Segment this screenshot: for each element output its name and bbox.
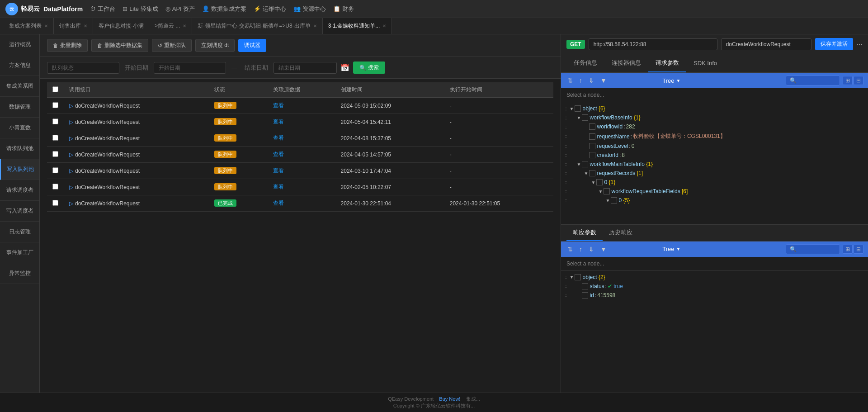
resp-tree-search[interactable]: [786, 244, 840, 254]
tab-customer[interactable]: 客户信息对接-小满——>简道云 ... ✕: [93, 18, 192, 34]
tree-node[interactable]: :: requestName:收料验收【金蝶单号：CGSL000131】: [561, 131, 868, 142]
sidebar-item-exception-monitor[interactable]: 异常监控: [0, 263, 39, 284]
nav-ops[interactable]: ⚡ 运维中心: [254, 5, 286, 13]
row-rel-data-1[interactable]: 查看: [273, 118, 284, 126]
delete-filter-button[interactable]: 🗑 删除选中数据集: [91, 39, 148, 52]
row-rel-data-5[interactable]: 查看: [273, 183, 284, 191]
row-checkbox-3[interactable]: [52, 151, 58, 157]
row-checkbox-4[interactable]: [52, 167, 58, 173]
footer-buy[interactable]: Buy Now!: [439, 396, 460, 402]
resp-sort-icon[interactable]: ⇅: [566, 245, 575, 254]
tab-trading[interactable]: 新-领星结算中心-交易明细-赔偿单=>U8-出库单 ✕: [192, 18, 322, 34]
tree-node[interactable]: ::▼0 {1}: [561, 178, 868, 187]
nav-api[interactable]: ◎ API 资产: [165, 5, 195, 13]
sidebar-item-overview[interactable]: 运行概况: [0, 34, 39, 55]
toggle-0[interactable]: ▼: [569, 275, 575, 279]
nav-finance[interactable]: 📋 财务: [333, 5, 354, 13]
tab-sales[interactable]: 销售出库 ✕: [54, 18, 93, 34]
req-sort-icon[interactable]: ⇅: [566, 76, 575, 85]
tab-connector-info[interactable]: 连接器信息: [604, 54, 648, 72]
tab-close-1[interactable]: ✕: [84, 24, 87, 28]
node-check-8[interactable]: [596, 179, 603, 185]
tab-task-info[interactable]: 任务信息: [566, 54, 604, 72]
req-expand-button[interactable]: ⊞: [843, 76, 853, 85]
tree-node[interactable]: ::▼0 {5}: [561, 196, 868, 205]
tree-node[interactable]: ::▼object {2}: [561, 273, 868, 282]
tab-sdk-info[interactable]: SDK Info: [686, 55, 724, 72]
queue-status-input[interactable]: [47, 62, 119, 74]
sidebar-item-event-factory[interactable]: 事件加工厂: [0, 242, 39, 263]
row-rel-data-6[interactable]: 查看: [273, 199, 284, 207]
tree-node[interactable]: ::▼workflowRequestTableFields [6]: [561, 187, 868, 196]
node-check-5[interactable]: [589, 152, 595, 158]
debug-button[interactable]: 调试器: [238, 39, 266, 52]
nav-data-integration[interactable]: 👤 数据集成方案: [202, 5, 246, 13]
toggle-10[interactable]: ▼: [605, 198, 611, 203]
tree-node[interactable]: ::▼workflowBaseInfo {1}: [561, 113, 868, 122]
tab-response-params[interactable]: 响应参数: [566, 225, 603, 241]
tree-node[interactable]: ::▼object {6}: [561, 104, 868, 113]
tree-node[interactable]: :: requestLevel:0: [561, 142, 868, 151]
node-check-1[interactable]: [582, 283, 588, 289]
tab-request-params[interactable]: 请求参数: [648, 54, 686, 72]
tree-node[interactable]: :: id:415598: [561, 291, 868, 300]
date-picker-icon[interactable]: 📅: [340, 63, 349, 72]
tree-node[interactable]: :: creatorId:8: [561, 151, 868, 160]
tab-close-4[interactable]: ✕: [382, 24, 386, 28]
sidebar-item-write-queue[interactable]: 写入队列池: [0, 159, 39, 180]
tree-node[interactable]: ::▼requestRecords [1]: [561, 169, 868, 178]
node-check-1[interactable]: [582, 114, 588, 121]
nav-resources[interactable]: 👥 资源中心: [293, 5, 326, 13]
sidebar-item-data-mgmt[interactable]: 数据管理: [0, 97, 39, 118]
start-date-input[interactable]: [154, 62, 226, 74]
req-collapse-button[interactable]: ⊟: [854, 76, 863, 85]
resp-funnel-icon[interactable]: ▼: [599, 245, 609, 254]
search-button[interactable]: 🔍 搜索: [353, 62, 385, 74]
tree-node[interactable]: :: status:✔ true: [561, 282, 868, 291]
func-name-input[interactable]: [721, 38, 811, 50]
resp-up-icon[interactable]: ↑: [577, 245, 584, 254]
row-checkbox-2[interactable]: [52, 135, 58, 141]
req-tree-search[interactable]: [786, 76, 840, 85]
tab-integration-list[interactable]: 集成方案列表 ✕: [4, 18, 54, 34]
row-rel-data-3[interactable]: 查看: [273, 151, 284, 158]
tab-kingdee[interactable]: 3-1.金蝶收料通知单... ✕: [323, 18, 392, 34]
req-filter-icon[interactable]: ⇓: [587, 76, 596, 85]
sidebar-item-request-scheduler[interactable]: 请求调度者: [0, 180, 39, 201]
url-input[interactable]: [589, 38, 717, 50]
toggle-9[interactable]: ▼: [598, 189, 604, 194]
node-check-7[interactable]: [589, 170, 595, 176]
tree-node[interactable]: ::▼workflowMainTableInfo {1}: [561, 160, 868, 169]
resp-filter-icon[interactable]: ⇓: [587, 245, 596, 254]
resp-expand-button[interactable]: ⊞: [843, 245, 853, 254]
batch-delete-button[interactable]: 🗑 批量删除: [47, 39, 88, 52]
sidebar-item-query[interactable]: 小青查数: [0, 118, 39, 138]
sidebar-item-solution-info[interactable]: 方案信息: [0, 55, 39, 76]
save-activate-button[interactable]: 保存并激活: [815, 38, 853, 50]
req-up-icon[interactable]: ↑: [577, 76, 584, 85]
nav-workbench[interactable]: ⏱ 工作台: [90, 5, 115, 13]
tree-node[interactable]: :: workflowId:282: [561, 122, 868, 131]
end-date-input[interactable]: [274, 62, 337, 74]
row-rel-data-2[interactable]: 查看: [273, 134, 284, 142]
toggle-1[interactable]: ▼: [576, 115, 582, 120]
toggle-7[interactable]: ▼: [584, 171, 589, 176]
tab-history-response[interactable]: 历史响应: [603, 225, 639, 241]
toggle-0[interactable]: ▼: [569, 106, 575, 111]
node-check-10[interactable]: [611, 197, 617, 204]
resp-collapse-button[interactable]: ⊟: [854, 245, 863, 254]
row-checkbox-6[interactable]: [52, 200, 58, 206]
tab-close-2[interactable]: ✕: [183, 24, 186, 28]
row-checkbox-0[interactable]: [52, 102, 58, 108]
nav-lite[interactable]: ⊞ Lite 轻集成: [123, 5, 158, 13]
schedule-now-button[interactable]: 立刻调度 dt: [195, 39, 235, 52]
req-funnel-icon[interactable]: ▼: [599, 76, 609, 85]
select-all-checkbox[interactable]: [52, 86, 58, 92]
sidebar-item-integration-map[interactable]: 集成关系图: [0, 76, 39, 97]
toggle-6[interactable]: ▼: [576, 162, 582, 167]
sidebar-item-write-scheduler[interactable]: 写入调度者: [0, 201, 39, 222]
more-options-button[interactable]: ···: [857, 40, 863, 48]
sidebar-item-request-queue[interactable]: 请求队列池: [0, 138, 39, 159]
row-rel-data-0[interactable]: 查看: [273, 102, 284, 109]
requeue-button[interactable]: ↺ 重新排队: [152, 39, 192, 52]
